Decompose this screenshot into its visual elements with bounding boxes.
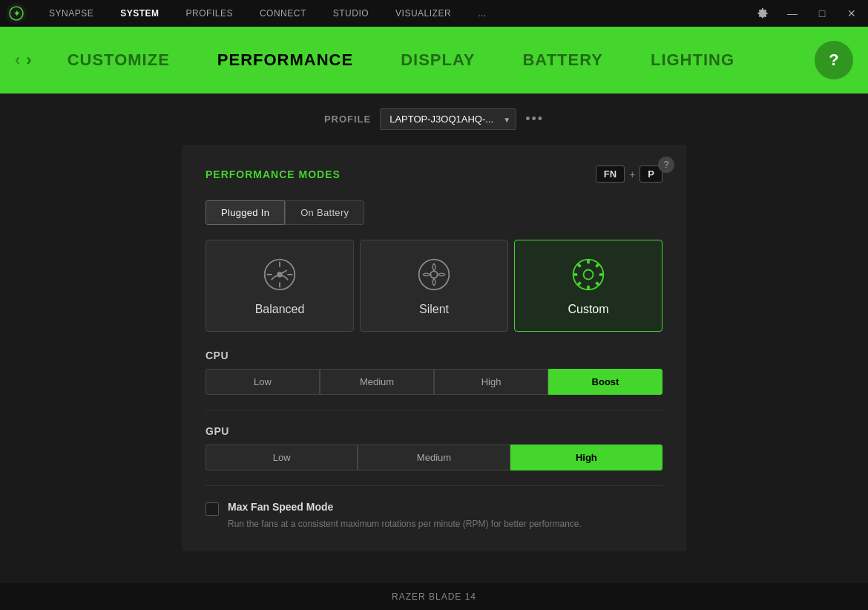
fan-speed-row: Max Fan Speed Mode Run the fans at a con… [206, 501, 662, 531]
gpu-high[interactable]: High [510, 445, 662, 470]
settings-icon[interactable] [752, 3, 773, 24]
fan-speed-title: Max Fan Speed Mode [228, 501, 582, 513]
nav-arrows: ‹ › [15, 52, 32, 68]
green-nav-items: CUSTOMIZE PERFORMANCE DISPLAY BATTERY LI… [44, 27, 815, 94]
nav-tab-studio[interactable]: STUDIO [320, 0, 382, 27]
title-bar-controls: — □ ✕ [752, 3, 862, 24]
nav-tabs: SYNAPSE SYSTEM PROFILES CONNECT STUDIO V… [36, 0, 500, 27]
svg-rect-15 [599, 273, 604, 276]
mode-silent[interactable]: Silent [360, 240, 508, 332]
fan-speed-desc: Run the fans at a consistent maximum rot… [228, 517, 582, 531]
profile-select-wrapper: LAPTOP-J3OQ1AHQ-... [380, 108, 516, 130]
fan-text-block: Max Fan Speed Mode Run the fans at a con… [228, 501, 582, 531]
gpu-low[interactable]: Low [206, 445, 358, 470]
svg-rect-13 [587, 260, 590, 264]
perf-modes-header: PERFORMANCE MODES FN + P [206, 165, 662, 183]
nav-tab-visualizer[interactable]: VISUALIZER [382, 0, 464, 27]
divider-2 [206, 485, 662, 486]
custom-icon [569, 255, 608, 294]
tab-on-battery[interactable]: On Battery [285, 200, 364, 225]
maximize-button[interactable]: □ [812, 3, 832, 24]
back-arrow[interactable]: ‹ [15, 52, 20, 68]
close-button[interactable]: ✕ [841, 3, 862, 24]
gpu-label: GPU [206, 425, 662, 437]
profile-label: PROFILE [324, 114, 371, 125]
cpu-low[interactable]: Low [206, 369, 320, 395]
nav-tab-system[interactable]: SYSTEM [107, 0, 172, 27]
tab-plugged-in[interactable]: Plugged In [206, 200, 285, 225]
custom-label: Custom [568, 303, 608, 316]
mode-balanced[interactable]: Balanced [206, 240, 354, 332]
cpu-medium[interactable]: Medium [320, 369, 434, 395]
nav-item-customize[interactable]: CUSTOMIZE [44, 27, 194, 94]
perf-help-icon[interactable]: ? [658, 157, 674, 173]
silent-icon [415, 255, 453, 294]
mode-custom[interactable]: Custom [514, 240, 662, 332]
divider-1 [206, 410, 662, 410]
silent-label: Silent [419, 303, 449, 316]
perf-shortcut: FN + P [596, 165, 662, 183]
gpu-options: Low Medium High [206, 445, 662, 470]
cpu-label: CPU [206, 350, 662, 361]
forward-arrow[interactable]: › [26, 52, 31, 68]
cpu-boost[interactable]: Boost [548, 369, 662, 395]
nav-item-battery[interactable]: BATTERY [499, 27, 626, 94]
nav-tab-more[interactable]: ... [464, 0, 500, 27]
svg-rect-17 [587, 286, 590, 290]
device-name: RAZER BLADE 14 [392, 591, 476, 602]
balanced-label: Balanced [255, 303, 305, 316]
svg-point-12 [584, 270, 594, 280]
title-bar: ✦ SYNAPSE SYSTEM PROFILES CONNECT STUDIO… [0, 0, 868, 27]
mode-tabs: Plugged In On Battery [206, 200, 662, 225]
nav-item-display[interactable]: DISPLAY [377, 27, 499, 94]
nav-tab-synapse[interactable]: SYNAPSE [36, 0, 107, 27]
main-content: PROFILE LAPTOP-J3OQ1AHQ-... ••• ? PERFOR… [0, 94, 868, 566]
svg-rect-19 [573, 273, 578, 276]
mode-cards: Balanced Silent [206, 240, 662, 332]
balanced-icon [260, 255, 299, 294]
svg-text:✦: ✦ [13, 9, 20, 18]
nav-item-performance[interactable]: PERFORMANCE [194, 27, 377, 94]
title-bar-left: ✦ SYNAPSE SYSTEM PROFILES CONNECT STUDIO… [6, 0, 500, 27]
razer-logo: ✦ [6, 3, 27, 24]
shortcut-plus: + [629, 168, 635, 180]
profile-more-button[interactable]: ••• [525, 111, 544, 127]
nav-tab-profiles[interactable]: PROFILES [173, 0, 246, 27]
nav-tab-connect[interactable]: CONNECT [246, 0, 320, 27]
status-bar: RAZER BLADE 14 [0, 583, 868, 610]
gpu-medium[interactable]: Medium [358, 445, 510, 470]
shortcut-fn-key: FN [596, 165, 625, 183]
cpu-options: Low Medium High Boost [206, 369, 662, 395]
minimize-button[interactable]: — [782, 3, 803, 24]
profile-bar: PROFILE LAPTOP-J3OQ1AHQ-... ••• [324, 108, 544, 130]
profile-dropdown[interactable]: LAPTOP-J3OQ1AHQ-... [380, 108, 516, 130]
fan-speed-checkbox[interactable] [206, 502, 219, 516]
perf-modes-title: PERFORMANCE MODES [206, 168, 341, 180]
cpu-high[interactable]: High [434, 369, 548, 395]
nav-item-lighting[interactable]: LIGHTING [627, 27, 758, 94]
help-button[interactable]: ? [815, 41, 853, 79]
green-nav-bar: ‹ › CUSTOMIZE PERFORMANCE DISPLAY BATTER… [0, 27, 868, 94]
performance-card: ? PERFORMANCE MODES FN + P Plugged In On… [182, 145, 686, 551]
